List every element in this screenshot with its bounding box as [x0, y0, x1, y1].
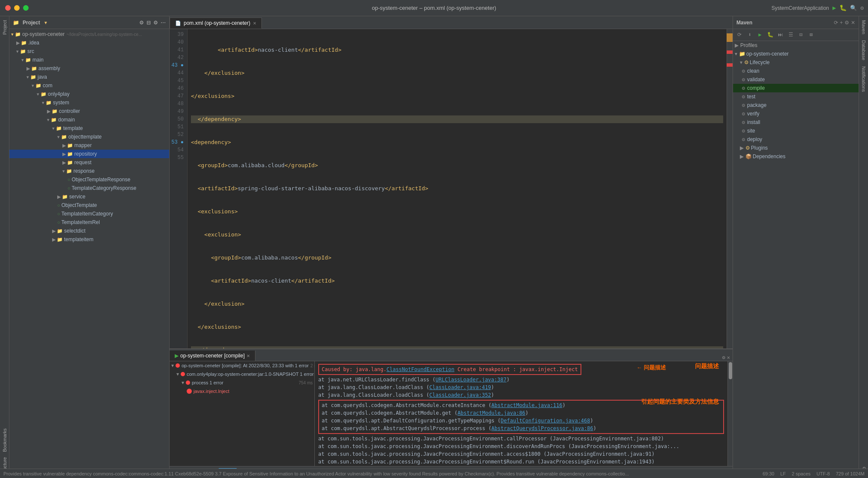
tree-item-template[interactable]: ▾ 📁 template	[9, 124, 169, 133]
maven-reimport[interactable]: ⟳	[735, 30, 744, 40]
link-abstractmodule1[interactable]: AbstractModule.java:116	[491, 401, 562, 409]
tree-item-objecttemplate-java[interactable]: ○ ObjectTemplate	[9, 201, 169, 209]
maven-test[interactable]: ⚙ test	[733, 92, 859, 101]
tree-item-only4play[interactable]: ▾ 📁 only4play	[9, 90, 169, 98]
link-abstractmodule2[interactable]: AbstractModule.java:86	[457, 409, 525, 417]
maven-site[interactable]: ⚙ site	[733, 127, 859, 135]
sync-icon[interactable]: ⚙	[139, 20, 144, 26]
tree-item-response[interactable]: ▾ 📁 response	[9, 167, 169, 175]
tree-item-template-category-response[interactable]: ○ TemplateCategoryResponse	[9, 184, 169, 192]
link-defaultconfig[interactable]: DefaultConfiguration.java:468	[501, 417, 590, 425]
run-scrollbar[interactable]	[727, 361, 733, 466]
run-tab[interactable]: ▶ op-system-ceneter [compile] ✕	[170, 351, 255, 361]
classnotfound-link[interactable]: ClassNotFoundException	[387, 366, 455, 372]
tree-item-assembly[interactable]: ▶ 📁 assembly	[9, 64, 169, 73]
maven-panel: Maven ⟳ + ⚙ ✕ ⟳ ⬇ ▶ 🐛 ⏭ ☰ ⊟ ⊞ ▶ Profiles	[733, 16, 859, 478]
titlebar: op-system-ceneter – pom.xml (op-system-c…	[0, 0, 868, 16]
run-item-inject[interactable]: javax.inject.Inject	[170, 387, 314, 395]
more-icon[interactable]: ⋯	[161, 20, 166, 26]
code-line-48: <groupId>com.alibaba.nacos</groupId>	[191, 254, 723, 262]
tree-item-src[interactable]: ▾ 📁 src	[9, 47, 169, 56]
tree-item-controller[interactable]: ▶ 📁 controller	[9, 107, 169, 115]
maven-profiles[interactable]: ▶ Profiles	[733, 41, 859, 50]
maven-deploy[interactable]: ⚙ deploy	[733, 135, 859, 144]
link-abstractprocessor[interactable]: AbstractQuerydslProcessor.java:86	[491, 425, 593, 432]
close-button[interactable]	[5, 5, 11, 11]
tree-item-object-template-response[interactable]: ○ ObjectTemplateResponse	[9, 175, 169, 184]
run-tree: ▾ op-system-ceneter [compile]: At 2022/8…	[170, 361, 315, 466]
code-line-47: <exclusion>	[191, 231, 723, 239]
gear-icon-run[interactable]: ⚙	[722, 354, 725, 361]
maven-toggle[interactable]: ☰	[786, 30, 795, 40]
maven-compile[interactable]: ⚙ compile ↙	[733, 84, 859, 92]
tree-item-java[interactable]: ▾ 📁 java	[9, 73, 169, 81]
maven-add-icon[interactable]: +	[840, 20, 843, 26]
maven-run[interactable]: ▶	[755, 30, 765, 40]
run-item-process[interactable]: ▾ process 1 error 754 ms	[170, 378, 314, 387]
output-sun4: at com.sun.tools.javac.processing.JavacP…	[318, 458, 724, 466]
code-line-42: </dependency>	[191, 115, 723, 123]
search-icon[interactable]: 🔍	[850, 5, 857, 12]
link-classloader1[interactable]: ClassLoader.java:419	[429, 384, 491, 391]
collapse-icon[interactable]: ⊟	[147, 20, 151, 26]
tree-item-request[interactable]: ▶ 📁 request	[9, 158, 169, 167]
maven-download[interactable]: ⬇	[745, 30, 754, 40]
tree-item-system[interactable]: ▾ 📁 system	[9, 98, 169, 107]
notifications-tab-label[interactable]: Notifications	[859, 65, 868, 94]
run-item-root[interactable]: ▾ op-system-ceneter [compile]: At 2022/8…	[170, 361, 314, 370]
debug-icon[interactable]: 🐛	[839, 4, 847, 12]
maven-validate[interactable]: ⚙ validate	[733, 75, 859, 84]
statusbar-memory: 729 of 1024M	[836, 471, 865, 476]
tree-item-template-item-cat[interactable]: ○ TemplateItemCategory	[9, 209, 169, 218]
maven-project-root[interactable]: ▾ 📁 op-system-ceneter	[733, 50, 859, 58]
link-classloader2[interactable]: ClassLoader.java:352	[429, 391, 491, 399]
maven-skip[interactable]: ⏭	[776, 30, 785, 40]
link-urlclassloader[interactable]: URLClassLoader.java:387	[436, 376, 507, 384]
maven-toolbar: ⟳ ⬇ ▶ 🐛 ⏭ ☰ ⊟ ⊞	[733, 29, 859, 41]
run-item-snapshot[interactable]: ▾ com.only4play:op-system-ceneter:jar:1.…	[170, 370, 314, 378]
maven-lifecycle[interactable]: ▾ ⚙ Lifecycle	[733, 58, 859, 67]
project-dropdown[interactable]: ▾	[44, 20, 47, 26]
maven-debug[interactable]: 🐛	[765, 30, 775, 40]
settings-icon[interactable]: ⚙	[153, 20, 158, 26]
tree-item-objecttemplate[interactable]: ▾ 📁 objecttemplate	[9, 133, 169, 141]
maven-verify[interactable]: ⚙ verify	[733, 109, 859, 118]
tree-item-template-item-rel[interactable]: ○ TemplateItemRel	[9, 218, 169, 227]
tree-root[interactable]: ▾ 📁 op-system-ceneter ~/IdeaProjects/Lea…	[9, 30, 169, 38]
maven-install[interactable]: ⚙ install	[733, 118, 859, 127]
database-tab-label[interactable]: Database	[859, 38, 868, 62]
code-line-50: </exclusion>	[191, 300, 723, 308]
bookmarks-label[interactable]: Bookmarks	[0, 427, 9, 454]
maven-collapse[interactable]: ⊟	[796, 30, 806, 40]
annotation-label1: 问题描述	[695, 362, 719, 370]
run-icon[interactable]: ▶	[833, 4, 836, 12]
run-tab-close[interactable]: ✕	[246, 354, 250, 358]
gear-icon[interactable]: ⚙	[860, 5, 864, 12]
tree-item-service[interactable]: ▶ 📁 service	[9, 192, 169, 201]
tree-item-mapper[interactable]: ▶ 📁 mapper	[9, 141, 169, 150]
maven-settings-icon[interactable]: ⚙	[845, 20, 849, 26]
maven-filter[interactable]: ⊞	[806, 30, 816, 40]
maven-plugins[interactable]: ▶ ⚙ Plugins	[733, 144, 859, 152]
tree-item-templateitem[interactable]: ▶ 📁 templateitem	[9, 235, 169, 244]
maven-clean[interactable]: ⚙ clean	[733, 67, 859, 75]
tab-close-icon[interactable]: ✕	[253, 21, 256, 26]
tree-item-domain[interactable]: ▾ 📁 domain	[9, 115, 169, 124]
tree-item-idea[interactable]: ▶ 📁 .idea	[9, 38, 169, 47]
maven-close-icon[interactable]: ✕	[851, 20, 855, 26]
maven-package[interactable]: ⚙ package	[733, 101, 859, 109]
tree-item-repository[interactable]: ▶ 📁 repository	[9, 150, 169, 158]
tree-item-selectdict[interactable]: ▶ 📁 selectdict	[9, 227, 169, 235]
tab-pom-xml[interactable]: 📄 pom.xml (op-system-ceneter) ✕	[170, 18, 262, 29]
maximize-button[interactable]	[23, 5, 29, 11]
maven-sync-icon[interactable]: ⟳	[834, 20, 838, 26]
minimize-button[interactable]	[14, 5, 20, 11]
close-icon-run[interactable]: ✕	[727, 354, 730, 361]
tree-item-main[interactable]: ▾ 📁 main	[9, 56, 169, 64]
statusbar-spaces: 2 spaces	[792, 471, 811, 476]
project-tab-label[interactable]: Project	[0, 18, 9, 36]
maven-tab-label[interactable]: Maven	[859, 18, 868, 36]
run-output[interactable]: 问题描述 引起问题的主要类及方法信息 Caused by: java.lang.…	[315, 361, 727, 466]
maven-dependencies[interactable]: ▶ 📦 Dependencies	[733, 152, 859, 161]
tree-item-com[interactable]: ▾ 📁 com	[9, 81, 169, 90]
